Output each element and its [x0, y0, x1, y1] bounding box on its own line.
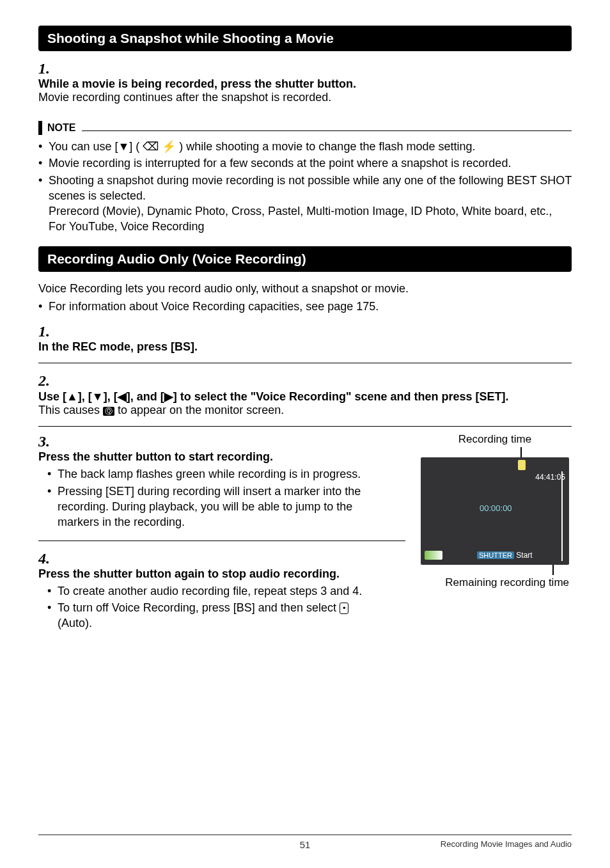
step-number: 1.: [38, 60, 58, 77]
text: ] to select the "Voice Recording" scene …: [173, 390, 509, 403]
step-title: While a movie is being recorded, press t…: [38, 77, 356, 90]
step-title: Use [▲], [▼], [◀], and [▶] to select the…: [38, 390, 509, 403]
shutter-badge: SHUTTER: [477, 551, 514, 559]
divider: [38, 426, 572, 427]
mic-icon: Ⓠ: [103, 407, 114, 416]
text: Use [: [38, 390, 66, 403]
total-time: 44:41:05: [535, 473, 565, 482]
text: ], and [: [127, 390, 164, 403]
sub-bullet: To turn off Voice Recording, press [BS] …: [47, 600, 384, 631]
text: To turn off Voice Recording, press [BS] …: [58, 601, 340, 614]
note-label: NOTE: [47, 122, 75, 134]
page-number: 51: [300, 839, 311, 850]
sub-bullet: Pressing [SET] during recording will ins…: [47, 484, 384, 530]
step-number: 4.: [38, 550, 58, 567]
s2-step-2: 2. Use [▲], [▼], [◀], and [▶] to select …: [38, 372, 572, 417]
note-rule: [82, 125, 572, 131]
note-block: NOTE You can use [▼] ( ⌫ ⚡ ) while shoot…: [38, 121, 572, 235]
page-footer: 51 Recording Movie Images and Audio: [38, 834, 572, 849]
note-item: Shooting a snapshot during movie recordi…: [38, 173, 572, 235]
pointer-line: [552, 565, 554, 575]
text: This causes: [38, 404, 103, 416]
s2-step-1: 1. In the REC mode, press [BS].: [38, 323, 572, 354]
note-bar-icon: [38, 121, 42, 135]
intro-bullet: For information about Voice Recording ca…: [38, 299, 572, 314]
auto-mode-icon: •: [340, 603, 349, 614]
step-1: 1. While a movie is being recorded, pres…: [38, 60, 572, 104]
note-item: You can use [▼] ( ⌫ ⚡ ) while shooting a…: [38, 139, 572, 154]
mic-indicator-icon: [518, 460, 526, 470]
divider: [38, 363, 572, 363]
section-heading-2: Recording Audio Only (Voice Recording): [38, 246, 572, 272]
note-item: Movie recording is interrupted for a few…: [38, 155, 572, 171]
down-arrow-icon: ▼: [92, 390, 104, 403]
divider: [38, 541, 405, 541]
text: to appear on the monitor screen.: [114, 404, 284, 416]
battery-icon: [425, 551, 442, 560]
step-title: Press the shutter button again to stop a…: [38, 567, 340, 580]
elapsed-time: 00:00:00: [480, 503, 512, 513]
s2-step-4: 4. Press the shutter button again to sto…: [38, 550, 405, 633]
step-title: Press the shutter button to start record…: [38, 450, 273, 463]
intro-text: Voice Recording lets you record audio on…: [38, 281, 572, 315]
footer-section: Recording Movie Images and Audio: [441, 839, 572, 849]
step-desc: Movie recording continues after the snap…: [38, 91, 331, 104]
step-number: 3.: [38, 433, 58, 450]
start-text: Start: [516, 551, 532, 560]
step-number: 2.: [38, 372, 58, 390]
right-arrow-icon: ▶: [164, 390, 173, 403]
recording-time-label: Recording time: [418, 433, 572, 446]
pointer-line: [520, 447, 522, 457]
step-desc: This causes Ⓠ to appear on the monitor s…: [38, 404, 284, 416]
callout-line: [561, 471, 563, 561]
shutter-start-label: SHUTTER Start: [477, 551, 533, 560]
remaining-time-label: Remaining recording time: [418, 576, 572, 589]
step-number: 1.: [38, 323, 58, 340]
text: ], [: [104, 390, 118, 403]
preview-column: Recording time 44:41:05 00:00:00 SHUTTER…: [418, 433, 572, 589]
s2-step-3: 3. Press the shutter button to start rec…: [38, 433, 405, 531]
lcd-preview: 44:41:05 00:00:00 SHUTTER Start: [421, 457, 569, 565]
step-title: In the REC mode, press [BS].: [38, 340, 198, 353]
section-heading-1: Shooting a Snapshot while Shooting a Mov…: [38, 26, 572, 51]
intro-line: Voice Recording lets you record audio on…: [38, 282, 409, 295]
text: ], [: [78, 390, 92, 403]
up-arrow-icon: ▲: [66, 390, 78, 403]
sub-bullet: The back lamp flashes green while record…: [47, 466, 384, 482]
left-arrow-icon: ◀: [118, 390, 127, 403]
text: (Auto).: [58, 617, 92, 629]
sub-bullet: To create another audio recording file, …: [47, 583, 384, 599]
